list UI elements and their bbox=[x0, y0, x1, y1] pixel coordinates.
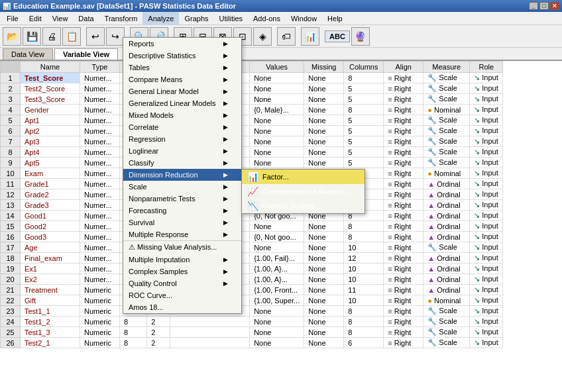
menu-amos[interactable]: Amos 18... bbox=[123, 301, 241, 313]
cell-values[interactable]: {0, Male}... bbox=[250, 105, 304, 115]
cell-align[interactable]: ≡ Right bbox=[384, 105, 423, 115]
cell-values[interactable]: {1.00, Fail}... bbox=[250, 253, 304, 264]
cell-type[interactable]: Numeric bbox=[80, 317, 120, 327]
cell-type[interactable]: Numeric bbox=[80, 285, 120, 295]
close-button[interactable]: ✕ bbox=[550, 2, 559, 10]
cell-align[interactable]: ≡ Right bbox=[384, 126, 423, 136]
cell-missing[interactable]: None bbox=[304, 327, 344, 338]
cell-values[interactable]: None bbox=[250, 126, 304, 136]
cell-role[interactable]: ↘ Input bbox=[470, 179, 503, 189]
cell-label[interactable] bbox=[170, 338, 250, 348]
cell-name[interactable]: Ex2 bbox=[21, 274, 80, 285]
cell-align[interactable]: ≡ Right bbox=[384, 94, 423, 105]
cell-role[interactable]: ↘ Input bbox=[470, 221, 503, 232]
cell-align[interactable]: ≡ Right bbox=[384, 285, 423, 295]
cell-measure[interactable]: ▲ Ordinal bbox=[423, 179, 470, 189]
menu-graphs[interactable]: Graphs bbox=[179, 12, 213, 25]
cell-columns[interactable]: 5 bbox=[344, 147, 384, 158]
cell-align[interactable]: ≡ Right bbox=[384, 200, 423, 211]
cell-values[interactable]: None bbox=[250, 327, 304, 338]
cell-align[interactable]: ≡ Right bbox=[384, 242, 423, 253]
cell-label[interactable] bbox=[170, 317, 250, 327]
menu-classify[interactable]: Classify▶ bbox=[123, 157, 241, 169]
cell-role[interactable]: ↘ Input bbox=[470, 200, 503, 211]
cell-measure[interactable]: ▲ Ordinal bbox=[423, 189, 470, 200]
menu-mixed[interactable]: Mixed Models▶ bbox=[123, 109, 241, 121]
cell-name[interactable]: Gift bbox=[21, 295, 80, 306]
menu-quality-control[interactable]: Quality Control▶ bbox=[123, 277, 241, 289]
cell-missing[interactable]: None bbox=[304, 73, 344, 83]
cell-columns[interactable]: 5 bbox=[344, 115, 384, 126]
cell-name[interactable]: Exam bbox=[21, 168, 80, 179]
cell-width[interactable]: 8 bbox=[120, 327, 147, 338]
cell-columns[interactable]: 8 bbox=[344, 221, 384, 232]
undo-button[interactable]: ↩ bbox=[86, 27, 105, 46]
cell-align[interactable]: ≡ Right bbox=[384, 83, 423, 94]
cell-values[interactable]: None bbox=[250, 94, 304, 105]
cell-values[interactable]: {1.00, Front... bbox=[250, 285, 304, 295]
cell-name[interactable]: Final_exam bbox=[21, 253, 80, 264]
cell-measure[interactable]: ▲ Ordinal bbox=[423, 232, 470, 242]
cell-type[interactable]: Numer... bbox=[80, 211, 120, 221]
cell-type[interactable]: Numer... bbox=[80, 136, 120, 147]
cell-name[interactable]: Grade1 bbox=[21, 179, 80, 189]
menu-forecasting[interactable]: Forecasting▶ bbox=[123, 205, 241, 217]
cell-name[interactable]: Apt3 bbox=[21, 136, 80, 147]
submenu-factor[interactable]: 📊 Factor... bbox=[242, 170, 365, 184]
cell-role[interactable]: ↘ Input bbox=[470, 327, 503, 338]
cell-align[interactable]: ≡ Right bbox=[384, 147, 423, 158]
cell-type[interactable]: Numer... bbox=[80, 126, 120, 136]
cell-measure[interactable]: ● Nominal bbox=[423, 105, 470, 115]
cell-name[interactable]: Test2_1 bbox=[21, 338, 80, 348]
cell-role[interactable]: ↘ Input bbox=[470, 285, 503, 295]
menu-data[interactable]: Data bbox=[73, 12, 99, 25]
menu-regression[interactable]: Regression▶ bbox=[123, 133, 241, 145]
cell-role[interactable]: ↘ Input bbox=[470, 105, 503, 115]
cell-type[interactable]: Numer... bbox=[80, 83, 120, 94]
col-header-align[interactable]: Align bbox=[384, 62, 423, 73]
cell-missing[interactable]: None bbox=[304, 253, 344, 264]
cell-columns[interactable]: 8 bbox=[344, 317, 384, 327]
cell-align[interactable]: ≡ Right bbox=[384, 306, 423, 317]
cell-type[interactable]: Numer... bbox=[80, 94, 120, 105]
cell-role[interactable]: ↘ Input bbox=[470, 73, 503, 83]
cell-role[interactable]: ↘ Input bbox=[470, 242, 503, 253]
cell-role[interactable]: ↘ Input bbox=[470, 232, 503, 242]
cell-missing[interactable]: None bbox=[304, 158, 344, 168]
col-header-values[interactable]: Values bbox=[250, 62, 304, 73]
cell-missing[interactable]: None bbox=[304, 147, 344, 158]
cell-missing[interactable]: None bbox=[304, 136, 344, 147]
menu-scale[interactable]: Scale▶ bbox=[123, 181, 241, 193]
cell-align[interactable]: ≡ Right bbox=[384, 317, 423, 327]
cell-name[interactable]: Grade3 bbox=[21, 200, 80, 211]
cell-missing[interactable]: None bbox=[304, 295, 344, 306]
cell-width[interactable]: 8 bbox=[120, 317, 147, 327]
cell-type[interactable]: Numer... bbox=[80, 232, 120, 242]
cell-values[interactable]: None bbox=[250, 158, 304, 168]
dialog-button[interactable]: 📋 bbox=[62, 27, 81, 46]
cell-role[interactable]: ↘ Input bbox=[470, 126, 503, 136]
cell-label[interactable] bbox=[170, 327, 250, 338]
cell-columns[interactable]: 8 bbox=[344, 306, 384, 317]
cell-align[interactable]: ≡ Right bbox=[384, 189, 423, 200]
cell-name[interactable]: Apt1 bbox=[21, 115, 80, 126]
cell-missing[interactable]: None bbox=[304, 242, 344, 253]
cell-type[interactable]: Numer... bbox=[80, 189, 120, 200]
cell-measure[interactable]: ▲ Ordinal bbox=[423, 211, 470, 221]
cell-values[interactable]: {1.00, Super... bbox=[250, 295, 304, 306]
cell-dec[interactable]: 2 bbox=[147, 317, 170, 327]
cell-columns[interactable]: 8 bbox=[344, 327, 384, 338]
cell-type[interactable]: Numer... bbox=[80, 105, 120, 115]
cell-columns[interactable]: 10 bbox=[344, 295, 384, 306]
cell-columns[interactable]: 6 bbox=[344, 338, 384, 348]
cell-measure[interactable]: 🔧 Scale bbox=[423, 83, 470, 94]
cell-values[interactable]: None bbox=[250, 242, 304, 253]
cell-name[interactable]: Grade2 bbox=[21, 189, 80, 200]
col-header-role[interactable]: Role bbox=[470, 62, 503, 73]
cell-columns[interactable]: 5 bbox=[344, 94, 384, 105]
cell-align[interactable]: ≡ Right bbox=[384, 168, 423, 179]
cell-values[interactable]: None bbox=[250, 147, 304, 158]
submenu-optimal[interactable]: 📉 Optimal Scaling... bbox=[242, 199, 365, 213]
cell-role[interactable]: ↘ Input bbox=[470, 253, 503, 264]
menu-view[interactable]: View bbox=[47, 12, 74, 25]
